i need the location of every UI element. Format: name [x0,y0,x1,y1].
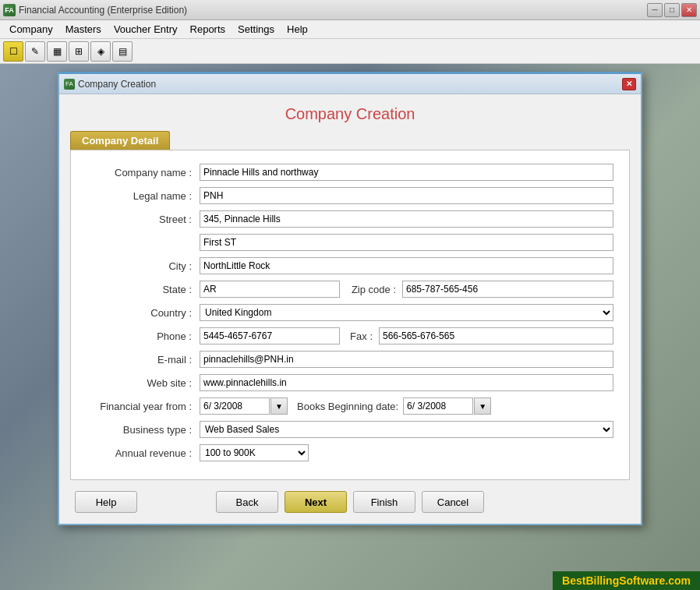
annual-revenue-row: Annual revenue : 100 to 900K 900K to 5M … [87,443,613,462]
tab-section: Company Detail Company name : Legal name… [70,131,630,480]
dialog-heading: Company Creation [59,94,641,131]
company-name-input[interactable] [200,164,613,181]
tab-content: Company name : Legal name : Street : [70,150,630,480]
back-button[interactable]: Back [216,491,278,513]
business-type-label: Business type : [87,424,200,436]
cancel-button[interactable]: Cancel [422,491,484,513]
website-label: Web site : [87,377,200,389]
business-type-select[interactable]: Web Based Sales Retail Manufacturing Ser… [200,421,613,438]
menu-settings[interactable]: Settings [232,22,281,37]
toolbar-new-btn[interactable]: ☐ [3,41,23,62]
toolbar-edit-btn[interactable]: ✎ [25,41,45,62]
email-row: E-mail : [87,350,613,369]
minimize-button[interactable]: ─ [647,3,663,17]
country-label: Country : [87,307,200,319]
books-beginning-input[interactable] [403,397,473,415]
website-row: Web site : [87,373,613,392]
window-controls: ─ □ ✕ [647,3,697,17]
street-row-1: Street : [87,210,613,228]
toolbar-table-btn[interactable]: ⊞ [69,41,89,62]
street-input-1[interactable] [200,210,613,228]
state-input[interactable] [200,281,340,298]
dialog-title: Company Creation [78,79,622,90]
financial-year-row: Financial year from : ▼ Books Beginning … [87,397,613,415]
legal-name-label: Legal name : [87,190,200,202]
button-bar: Help Back Next Finish Cancel [59,480,641,524]
menu-bar: Company Masters Voucher Entry Reports Se… [0,20,700,39]
street-row-2 [87,233,613,252]
financial-year-input[interactable] [200,397,270,415]
dialog-title-bar: FA Company Creation ✕ [59,74,641,94]
books-beginning-calendar-btn[interactable]: ▼ [474,397,491,415]
title-bar: FA Financial Accounting (Enterprise Edit… [0,0,700,20]
branding: BestBillingSoftware.com [553,571,700,590]
branding-text: BestBillingSoftware.com [562,574,691,587]
help-button[interactable]: Help [75,491,137,513]
next-button[interactable]: Next [285,491,347,513]
app-icon: FA [3,4,16,16]
company-creation-dialog: FA Company Creation ✕ Company Creation C… [58,72,642,525]
zip-label: Zip code : [340,284,402,295]
country-row: Country : United Kingdom United States I… [87,303,613,322]
finish-button[interactable]: Finish [353,491,415,513]
toolbar-list-btn[interactable]: ▤ [112,41,133,62]
city-input[interactable] [200,257,613,274]
street-label: Street : [87,214,200,225]
phone-input[interactable] [200,327,340,344]
business-type-row: Business type : Web Based Sales Retail M… [87,420,613,439]
app-title: Financial Accounting (Enterprise Edition… [19,5,647,16]
toolbar-grid-btn[interactable]: ▦ [47,41,67,62]
state-zip-row: State : Zip code : [87,280,613,299]
dialog-close-button[interactable]: ✕ [622,78,636,90]
state-label: State : [87,284,200,295]
legal-name-input[interactable] [200,187,613,204]
annual-revenue-select[interactable]: 100 to 900K 900K to 5M 5M to 50M 50M+ [200,444,309,461]
email-label: E-mail : [87,354,200,366]
maximize-button[interactable]: □ [664,3,680,17]
dialog-icon: FA [64,79,75,90]
menu-help[interactable]: Help [281,22,314,37]
company-name-row: Company name : [87,163,613,182]
company-detail-tab[interactable]: Company Detail [70,131,170,150]
phone-label: Phone : [87,330,200,342]
menu-voucher-entry[interactable]: Voucher Entry [108,22,184,37]
main-area: FA Company Creation ✕ Company Creation C… [0,64,700,590]
company-name-label: Company name : [87,167,200,178]
country-select[interactable]: United Kingdom United States India Austr… [200,304,613,321]
city-label: City : [87,260,200,272]
city-row: City : [87,256,613,275]
legal-name-row: Legal name : [87,186,613,205]
phone-fax-row: Phone : Fax : [87,327,613,345]
financial-year-calendar-btn[interactable]: ▼ [270,397,288,415]
menu-company[interactable]: Company [3,22,59,37]
books-beginning-label: Books Beginning date: [297,401,398,412]
street-input-2[interactable] [200,234,613,251]
toolbar: ☐ ✎ ▦ ⊞ ◈ ▤ [0,39,700,64]
zip-input[interactable] [402,281,613,298]
close-button[interactable]: ✕ [681,3,697,17]
annual-revenue-label: Annual revenue : [87,447,200,459]
financial-year-label: Financial year from : [87,401,200,412]
email-input[interactable] [200,351,613,368]
fax-input[interactable] [379,327,613,344]
menu-reports[interactable]: Reports [184,22,232,37]
website-input[interactable] [200,374,613,391]
menu-masters[interactable]: Masters [59,22,108,37]
fax-label: Fax : [348,330,379,342]
toolbar-diamond-btn[interactable]: ◈ [90,41,111,62]
